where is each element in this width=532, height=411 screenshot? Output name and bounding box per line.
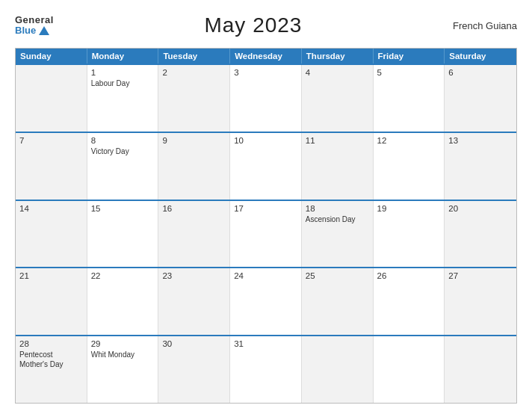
holiday-label: Pentecost Mother's Day — [19, 350, 83, 369]
calendar-cell: 20 — [445, 201, 516, 268]
calendar-cell: 8Victory Day — [87, 133, 159, 200]
day-number: 16 — [162, 204, 226, 213]
holiday-label: Victory Day — [91, 146, 155, 156]
calendar-cell: 4 — [302, 65, 374, 132]
logo: General Blue — [15, 15, 54, 37]
calendar-cell: 15 — [87, 201, 159, 268]
calendar-cell — [445, 336, 516, 403]
day-number: 8 — [91, 136, 155, 145]
calendar-cell: 18Ascension Day — [302, 201, 374, 268]
day-number: 23 — [162, 271, 226, 280]
calendar-cell: 28Pentecost Mother's Day — [16, 336, 87, 403]
calendar-week-3: 1415161718Ascension Day1920 — [16, 200, 516, 268]
calendar-cell: 22 — [87, 268, 159, 335]
calendar-week-5: 28Pentecost Mother's Day29Whit Monday303… — [16, 335, 516, 403]
calendar-cell: 25 — [302, 268, 374, 335]
day-number: 15 — [91, 204, 155, 213]
calendar-week-2: 78Victory Day910111213 — [16, 132, 516, 200]
calendar-cell: 17 — [230, 201, 302, 268]
calendar: SundayMondayTuesdayWednesdayThursdayFrid… — [15, 48, 517, 404]
calendar-header-cell-tuesday: Tuesday — [158, 49, 230, 64]
day-number: 1 — [91, 68, 155, 77]
calendar-cell: 29Whit Monday — [87, 336, 159, 403]
day-number: 29 — [91, 339, 155, 348]
day-number: 18 — [306, 204, 369, 213]
logo-triangle-icon — [39, 26, 49, 35]
day-number: 3 — [234, 68, 297, 77]
day-number: 25 — [306, 271, 369, 280]
day-number: 11 — [306, 136, 369, 145]
day-number: 19 — [377, 204, 441, 213]
calendar-cell: 13 — [445, 133, 516, 200]
calendar-cell: 1Labour Day — [87, 65, 159, 132]
calendar-cell: 2 — [158, 65, 230, 132]
calendar-cell: 14 — [16, 201, 87, 268]
day-number: 20 — [448, 204, 513, 213]
day-number: 24 — [234, 271, 297, 280]
calendar-cell: 30 — [158, 336, 230, 403]
calendar-header-cell-wednesday: Wednesday — [230, 49, 302, 64]
calendar-cell: 16 — [158, 201, 230, 268]
logo-general-text: General — [15, 15, 54, 25]
calendar-cell: 7 — [16, 133, 87, 200]
calendar-header-cell-saturday: Saturday — [445, 49, 516, 64]
day-number: 9 — [162, 136, 226, 145]
calendar-cell: 10 — [230, 133, 302, 200]
calendar-cell: 31 — [230, 336, 302, 403]
day-number: 21 — [19, 271, 83, 280]
day-number: 10 — [234, 136, 297, 145]
day-number: 30 — [162, 339, 226, 348]
calendar-header-row: SundayMondayTuesdayWednesdayThursdayFrid… — [16, 49, 516, 64]
calendar-cell — [374, 336, 445, 403]
day-number: 14 — [19, 204, 83, 213]
holiday-label: Whit Monday — [91, 350, 155, 359]
calendar-header-cell-friday: Friday — [374, 49, 445, 64]
calendar-cell: 24 — [230, 268, 302, 335]
header: General Blue May 2023 French Guiana — [15, 13, 517, 37]
calendar-cell: 11 — [302, 133, 374, 200]
day-number: 26 — [377, 271, 441, 280]
day-number: 5 — [377, 68, 441, 77]
calendar-cell: 12 — [374, 133, 445, 200]
calendar-title: May 2023 — [204, 13, 302, 37]
holiday-label: Labour Day — [91, 78, 155, 88]
day-number: 28 — [19, 339, 83, 348]
calendar-week-1: 1Labour Day23456 — [16, 64, 516, 132]
day-number: 12 — [377, 136, 441, 145]
day-number: 13 — [448, 136, 513, 145]
calendar-cell: 23 — [158, 268, 230, 335]
calendar-cell: 5 — [374, 65, 445, 132]
calendar-cell: 27 — [445, 268, 516, 335]
day-number: 4 — [306, 68, 369, 77]
calendar-week-4: 21222324252627 — [16, 267, 516, 335]
calendar-cell: 26 — [374, 268, 445, 335]
calendar-header-cell-thursday: Thursday — [302, 49, 374, 64]
calendar-cell: 19 — [374, 201, 445, 268]
day-number: 17 — [234, 204, 297, 213]
day-number: 6 — [448, 68, 513, 77]
holiday-label: Ascension Day — [306, 214, 369, 224]
day-number: 27 — [448, 271, 513, 280]
calendar-cell — [302, 336, 374, 403]
logo-blue-text: Blue — [15, 25, 54, 36]
day-number: 22 — [91, 271, 155, 280]
calendar-body: 1Labour Day2345678Victory Day91011121314… — [16, 64, 516, 403]
page: General Blue May 2023 French Guiana Sund… — [0, 0, 532, 411]
calendar-cell: 9 — [158, 133, 230, 200]
calendar-cell: 3 — [230, 65, 302, 132]
calendar-cell: 6 — [445, 65, 516, 132]
calendar-cell — [16, 65, 87, 132]
day-number: 7 — [19, 136, 83, 145]
calendar-header-cell-monday: Monday — [87, 49, 159, 64]
region-label: French Guiana — [453, 20, 517, 31]
calendar-header-cell-sunday: Sunday — [16, 49, 87, 64]
day-number: 2 — [162, 68, 226, 77]
calendar-cell: 21 — [16, 268, 87, 335]
day-number: 31 — [234, 339, 297, 348]
